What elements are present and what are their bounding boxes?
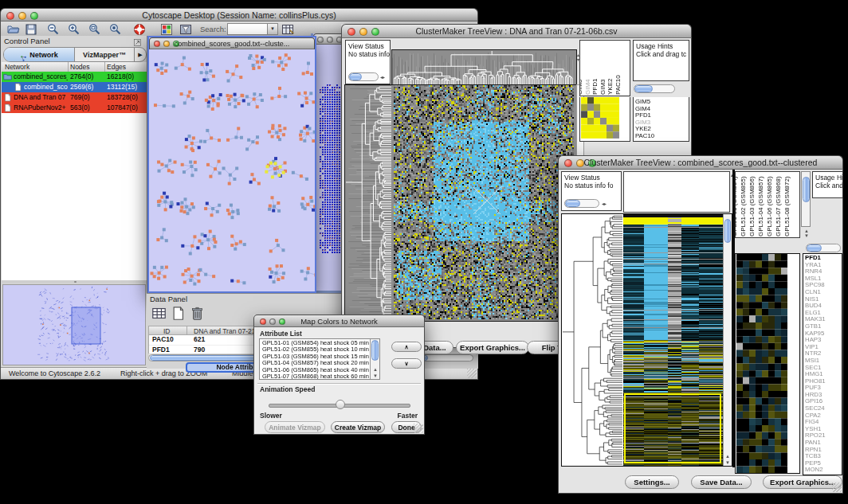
tv2-export-graphics-button[interactable]: Export Graphics... [763, 475, 842, 489]
slider-thumb[interactable] [336, 400, 345, 409]
tv2-row-dendrogram[interactable] [562, 214, 622, 466]
tab-overflow-arrow[interactable]: ▶ [135, 48, 146, 61]
attribute-item[interactable]: GPL51-06 (GSM865) heat shock 40 min [261, 367, 369, 373]
tv2-settings-button[interactable]: Settings... [625, 475, 679, 489]
tv2-gene-label[interactable]: YSH1 [803, 426, 842, 433]
tv2-gene-label[interactable]: MON2 [803, 467, 842, 474]
tv2-gene-label[interactable]: CPA2 [803, 412, 842, 420]
tv2-gene-label[interactable]: PFD1 [803, 255, 842, 262]
panel-split-handle[interactable] [2, 280, 147, 283]
close-button[interactable] [564, 159, 572, 167]
close-button[interactable] [317, 37, 324, 43]
tv2-save-data-button[interactable]: Save Data... [691, 475, 752, 489]
tv2-column-label[interactable]: GPL51-06 (GSM865) [766, 176, 773, 236]
tv2-gene-label[interactable]: MAK31 [803, 316, 842, 323]
tv2-status-scrollbar[interactable] [564, 199, 599, 208]
tv1-usage-scrollbar[interactable] [634, 84, 675, 93]
treeview1-title-bar[interactable]: ClusterMaker TreeView : DNA and Tran 07-… [341, 24, 692, 38]
animation-speed-slider[interactable] [269, 400, 410, 409]
tv2-gene-label[interactable]: SEC24 [803, 405, 842, 412]
tv2-gene-label[interactable]: BUD4 [803, 303, 842, 310]
search-input[interactable] [227, 23, 269, 35]
new-attribute-icon[interactable] [171, 306, 186, 321]
col-edges[interactable]: Edges [107, 63, 126, 71]
dialog-resize-grip[interactable] [414, 424, 423, 433]
tv1-gene-label[interactable]: PFD1 [634, 112, 689, 119]
open-file-icon[interactable] [7, 23, 20, 36]
tv2-gene-label[interactable]: YRA1 [803, 262, 842, 269]
close-button[interactable] [6, 12, 14, 20]
treeview2-title-bar[interactable]: ClusterMaker TreeView : combined_scores_… [558, 155, 843, 170]
attribute-item[interactable]: GPL51-04 (GSM857) heat shock 20 min [261, 360, 369, 366]
save-icon[interactable] [25, 23, 37, 36]
help-lifebuoy-icon[interactable] [133, 23, 146, 36]
tv1-gene-label[interactable]: GIM3 [634, 119, 689, 127]
tv2-gene-label[interactable]: HAP3 [803, 337, 842, 344]
tv2-gene-label[interactable]: PUF3 [803, 385, 842, 392]
zoom-fit-icon[interactable] [109, 23, 122, 36]
minimize-button[interactable] [269, 318, 276, 325]
tv1-gene-label[interactable]: GIM4 [634, 106, 689, 113]
thumb[interactable] [371, 340, 379, 361]
tv2-gene-label[interactable]: RPO21 [803, 432, 842, 440]
tv2-collabel-scrollbar[interactable] [801, 171, 811, 227]
minimize-button[interactable] [163, 41, 170, 47]
tv2-gene-label[interactable]: NIS1 [803, 296, 842, 303]
attribute-item[interactable]: GPL51-03 (GSM856) heat shock 15 min [261, 354, 369, 360]
filter-icon[interactable] [179, 23, 192, 36]
tv2-gene-label[interactable]: PAN1 [803, 440, 842, 447]
tv2-column-label[interactable]: GPL51-08 (GSM872) [783, 176, 791, 236]
network-list-row[interactable]: RNAPuberNov2+563(0)107847(0) [2, 103, 147, 113]
col-network[interactable]: Network [5, 63, 29, 71]
tv1-zoom-heatmap[interactable] [581, 97, 619, 139]
tv2-column-label[interactable]: GPL51-02 (GSM855) [740, 176, 747, 236]
thumb[interactable] [807, 244, 822, 252]
tv2-gene-label[interactable]: KAP95 [803, 330, 842, 338]
tv1-column-label[interactable]: PFD1 [591, 79, 599, 95]
tv2-gene-label[interactable]: RNR4 [803, 268, 842, 275]
minimize-button[interactable] [327, 37, 333, 43]
tv1-column-label[interactable]: GIM5 [579, 79, 583, 95]
tv1-column-dendrogram[interactable] [392, 50, 574, 84]
tv1-column-label[interactable]: PAC10 [614, 75, 622, 95]
tv2-resize-grip[interactable] [832, 483, 842, 492]
tv2-vscroll[interactable]: ▲▼ [723, 214, 732, 466]
tv1-gene-label[interactable]: GIM5 [634, 99, 689, 106]
thumb[interactable] [565, 200, 580, 207]
tv1-gene-label[interactable]: PAC10 [634, 133, 689, 140]
attribute-list-scrollbar[interactable]: ▲▼ [370, 339, 379, 379]
tv2-gene-label[interactable]: GTB1 [803, 323, 842, 330]
tv1-export-graphics-button[interactable]: Export Graphics... [456, 341, 529, 354]
data-table-icon[interactable] [281, 23, 294, 36]
tv2-gene-label[interactable]: HRD3 [803, 392, 842, 399]
tv2-gene-label[interactable]: MSL1 [803, 275, 842, 283]
birdseye-canvas[interactable] [3, 285, 145, 365]
thumb[interactable] [634, 85, 653, 92]
network-view-canvas[interactable] [149, 49, 315, 291]
tv1-heatmap[interactable] [394, 85, 574, 319]
col-nodes[interactable]: Nodes [70, 63, 90, 71]
tv2-label-scrollbar[interactable] [806, 244, 841, 252]
tv2-gene-label[interactable]: SPC98 [803, 282, 842, 289]
attribute-item[interactable]: GPL51-02 (GSM855) heat shock 10 min [261, 346, 369, 353]
birdseye-view[interactable] [2, 284, 146, 365]
tv2-gene-label[interactable]: HMG1 [803, 371, 842, 378]
tv2-gene-label[interactable]: CLN1 [803, 289, 842, 296]
float-panel-icon[interactable] [133, 36, 142, 45]
search-dropdown-button[interactable]: ▼ [267, 23, 278, 35]
data-col-id[interactable]: ID [163, 327, 171, 335]
main-title-bar[interactable]: Cytoscape Desktop (Session Name: collins… [0, 8, 478, 21]
move-down-button[interactable]: ∨ [391, 358, 422, 369]
thumb[interactable] [724, 219, 731, 243]
tv2-gene-label[interactable]: GPI16 [803, 398, 842, 405]
tv1-gene-label[interactable]: YKE2 [634, 126, 689, 133]
dialog-title-bar[interactable]: Map Colors to Network [253, 315, 425, 327]
tv2-gene-label[interactable]: VIP1 [803, 344, 842, 351]
close-button[interactable] [347, 28, 355, 36]
vizmapper-icon[interactable] [160, 23, 173, 36]
tv2-gene-label[interactable]: PEP5 [803, 460, 842, 467]
tv1-status-scrollbar[interactable] [348, 72, 379, 81]
tv1-column-label[interactable]: GIM3 [599, 79, 607, 95]
tv2-gene-label[interactable]: FIG4 [803, 419, 842, 426]
tv2-zoom-heatmap[interactable] [736, 254, 787, 473]
